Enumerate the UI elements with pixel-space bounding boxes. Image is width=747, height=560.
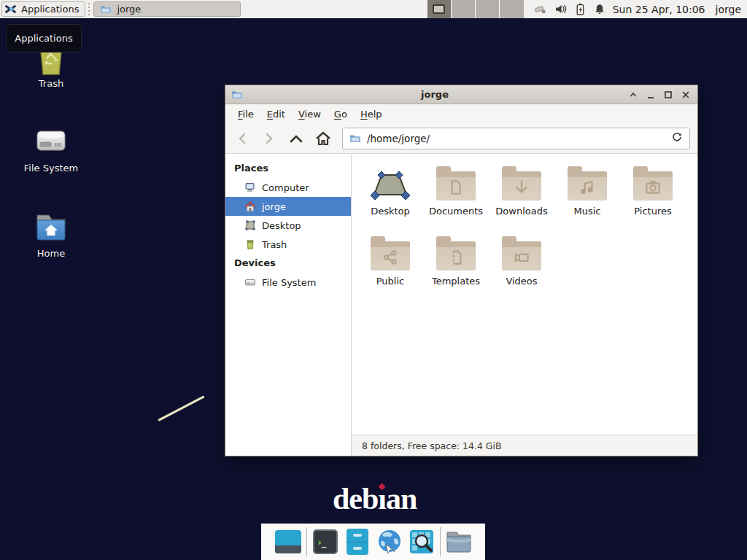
taskbar-window-label: jorge [117,4,141,15]
taskbar-window-button[interactable]: jorge [93,1,241,17]
sidebar-item-desktop[interactable]: Desktop [225,216,351,235]
file-item-label: Downloads [495,206,547,217]
file-item-desktop[interactable]: Desktop [357,161,423,228]
video-camera-icon [512,248,531,267]
folder-icon [100,4,112,15]
download-arrow-icon [512,178,531,197]
menu-help[interactable]: Help [354,106,389,122]
file-item-downloads[interactable]: Downloads [489,161,554,228]
menu-go[interactable]: Go [328,106,354,122]
menu-edit[interactable]: Edit [260,106,292,122]
sidebar-item-trash[interactable]: Trash [225,235,351,254]
sidebar-item-label: Trash [262,239,287,250]
tooltip-text: Applications [15,33,72,44]
menu-file[interactable]: File [231,106,260,122]
dock-app-finder-button[interactable] [408,528,436,556]
system-tray [534,3,605,15]
sidebar: Places Computer jorge [225,154,352,456]
xfce-applications-icon [5,3,18,15]
sidebar-item-filesystem[interactable]: File System [225,273,351,292]
sidebar-item-label: File System [262,277,316,288]
folder-icon [371,241,410,271]
file-item-label: Templates [432,276,480,287]
file-item-label: Public [376,276,404,287]
panel-clock[interactable]: Sun 25 Apr, 10:06 [613,4,705,15]
battery-icon[interactable] [575,3,586,15]
file-item-label: Music [574,206,601,217]
file-item-label: Videos [506,276,537,287]
applications-menu-button[interactable]: Applications [1,1,85,17]
sidebar-item-computer[interactable]: Computer [225,178,351,197]
notification-bell-icon[interactable] [594,3,605,15]
file-item-videos[interactable]: Videos [489,231,554,298]
file-item-label: Desktop [371,206,410,217]
workspace-switcher[interactable] [427,0,524,18]
back-button[interactable] [233,128,252,149]
menubar: File Edit View Go Help [225,104,697,123]
dock: ›_ [261,524,485,560]
template-icon [446,248,465,267]
file-item-documents[interactable]: Documents [423,161,489,228]
file-manager-window: jorge File Edit View Go Help [225,85,698,456]
desktop-icon-label: Trash [39,78,63,89]
desktop-icon-filesystem[interactable]: File System [16,124,86,174]
volume-icon[interactable] [554,3,567,15]
file-item-pictures[interactable]: Pictures [620,161,686,228]
file-item-music[interactable]: Music [554,161,620,228]
applications-tooltip: Applications [6,24,82,52]
sidebar-item-jorge[interactable]: jorge [225,197,351,216]
music-notes-icon [578,178,597,197]
dock-show-desktop-button[interactable] [274,528,302,556]
folder-icon [633,171,673,201]
shade-button[interactable] [627,88,639,101]
close-button[interactable] [679,88,692,101]
drive-small-icon [244,276,256,288]
panel-handle [87,3,90,16]
file-grid: Desktop Documents [352,154,697,435]
sidebar-item-label: Desktop [262,220,301,231]
desktop-surface-icon [370,168,411,202]
terminal-icon: ›_ [313,529,338,554]
window-titlebar[interactable]: jorge [225,85,697,104]
file-item-public[interactable]: Public [357,231,423,298]
menu-view[interactable]: View [292,106,328,122]
file-cabinet-icon [347,529,368,555]
desktop-icon-label: Home [37,248,65,259]
home-button[interactable] [314,128,333,149]
desktop-icon-label: File System [24,163,78,174]
statusbar: 8 folders, Free space: 14.4 GiB [352,435,697,456]
reload-button[interactable] [671,131,683,146]
window-body: Places Computer jorge [225,154,697,456]
minimize-button[interactable] [644,88,657,101]
tray-tool-icon[interactable] [534,3,546,15]
location-bar[interactable]: /home/jorge/ [342,128,690,149]
workspace-4[interactable] [499,0,523,18]
dock-web-browser-button[interactable] [376,528,403,556]
up-button[interactable] [287,128,306,149]
workspace-1[interactable] [427,0,451,18]
trash-small-icon [244,238,256,250]
wordmark-right: an [386,482,417,516]
desktop-icon [244,219,256,231]
dock-terminal-button[interactable]: ›_ [311,528,339,556]
file-item-label: Pictures [634,206,671,217]
dock-separator [440,527,441,556]
status-text: 8 folders, Free space: 14.4 GiB [362,440,502,451]
app-finder-icon [409,529,435,555]
main-column: Desktop Documents [352,154,697,456]
forward-button[interactable] [260,128,279,149]
home-icon [244,201,256,212]
dock-folder-button[interactable] [445,528,473,556]
maximize-button[interactable] [662,88,674,101]
dock-separator [306,527,307,556]
desktop-icon-home[interactable]: Home [16,209,86,259]
workspace-2[interactable] [451,0,475,18]
web-browser-icon [376,528,403,556]
dock-file-manager-button[interactable] [344,528,371,556]
panel-username[interactable]: jorge [716,4,741,15]
file-item-label: Documents [429,206,483,217]
file-item-templates[interactable]: Templates [423,231,489,298]
workspace-3[interactable] [475,0,499,18]
sidebar-header-devices: Devices [225,254,351,273]
path-text[interactable]: /home/jorge/ [367,133,665,144]
